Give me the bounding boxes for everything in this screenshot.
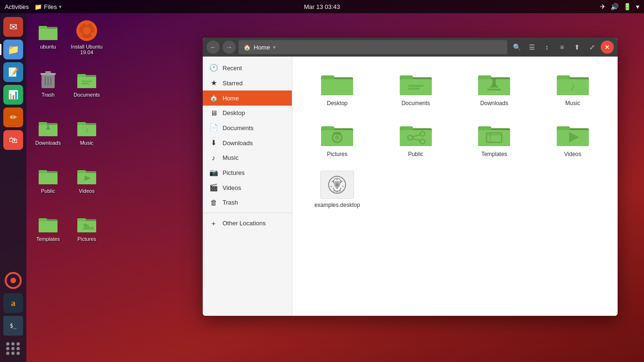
desktop-icon-install-ubuntu[interactable]: Install Ubuntu 19.04 [68, 16, 106, 64]
file-item-downloads[interactable]: Downloads [457, 64, 532, 111]
sidebar-item-recent-label: Recent [223, 65, 242, 72]
taskbar-files[interactable]: 📁 [3, 40, 23, 59]
file-manager-body: 🕐 Recent ★ Starred 🏠 Home 🖥 Desktop 📄 Do… [203, 57, 618, 316]
forward-button[interactable]: → [223, 41, 236, 54]
battery-icon: 🔋 [623, 3, 631, 10]
desktop-icon-downloads[interactable]: Downloads [29, 113, 67, 160]
svg-rect-41 [77, 218, 86, 221]
breadcrumb-chevron: ▾ [273, 44, 276, 50]
svg-rect-64 [321, 126, 334, 130]
file-item-documents[interactable]: Documents [379, 64, 454, 111]
sidebar-item-music[interactable]: ♪ Music [203, 150, 292, 165]
taskbar-writer[interactable]: 📝 [3, 62, 23, 82]
activities-button[interactable]: Activities [5, 3, 29, 10]
svg-point-89 [336, 183, 339, 186]
sidebar-item-desktop[interactable]: 🖥 Desktop [203, 106, 292, 120]
breadcrumb[interactable]: 🏠 Home ▾ [239, 40, 507, 54]
pictures-icon: 📷 [209, 168, 218, 177]
sidebar-item-documents[interactable]: 📄 Documents [203, 120, 292, 135]
sidebar-item-trash[interactable]: 🗑 Trash [203, 195, 292, 210]
desktop-icon-downloads-label: Downloads [35, 140, 61, 146]
taskbar-appstore[interactable]: 🛍 [3, 130, 23, 150]
file-item-templates-label: Templates [481, 151, 507, 157]
sidebar-item-other-locations[interactable]: + Other Locations [203, 216, 292, 230]
svg-rect-46 [321, 75, 334, 79]
file-item-desktop[interactable]: Desktop [300, 64, 375, 111]
file-item-pictures[interactable]: Pictures [300, 115, 375, 162]
desktop-icon-trash-label: Trash [41, 92, 55, 98]
sidebar-item-videos-label: Videos [223, 184, 241, 191]
sidebar-item-starred[interactable]: ★ Starred [203, 75, 292, 90]
top-bar: Activities 📁 Files ▾ Mar 13 03:43 ✈ 🔊 🔋 … [0, 0, 644, 13]
sidebar-item-recent[interactable]: 🕐 Recent [203, 60, 292, 75]
desktop-icon-documents[interactable]: Documents [68, 65, 106, 112]
open-location-button[interactable]: ⬆ [570, 41, 584, 54]
sidebar-item-trash-label: Trash [223, 199, 238, 206]
settings-icon: ▾ [636, 3, 639, 10]
svg-rect-27 [77, 122, 86, 125]
taskbar-calc[interactable]: 📊 [3, 85, 23, 105]
desktop-icon-public[interactable]: Public [29, 161, 67, 208]
file-item-public[interactable]: Public [379, 115, 454, 162]
svg-rect-49 [400, 75, 413, 79]
sidebar-item-desktop-label: Desktop [223, 109, 245, 116]
home-icon: 🏠 [209, 94, 218, 102]
desktop-icon-videos[interactable]: Videos [68, 161, 106, 208]
svg-rect-51 [408, 88, 420, 90]
desktop-icon-music[interactable]: ♪ Music [68, 113, 106, 160]
file-item-music[interactable]: ♪ Music [536, 64, 611, 111]
taskbar-terminal[interactable]: $_ [3, 316, 23, 336]
taskbar-help[interactable] [3, 271, 23, 290]
svg-rect-34 [77, 170, 86, 173]
file-item-templates[interactable]: Templates [457, 115, 532, 162]
file-item-downloads-label: Downloads [480, 100, 508, 107]
svg-rect-57 [487, 89, 501, 90]
sidebar-item-home-label: Home [223, 95, 239, 102]
titlebar: ← → 🏠 Home ▾ 🔍 ☰ ↕ ≡ ⬆ ⤢ ✕ [203, 38, 618, 57]
svg-rect-30 [39, 173, 58, 184]
search-button[interactable]: 🔍 [510, 41, 523, 54]
file-item-examples-desktop[interactable]: examples.desktop [300, 166, 375, 213]
file-item-videos[interactable]: Videos [536, 115, 611, 162]
file-item-pictures-label: Pictures [327, 151, 347, 157]
sidebar-item-videos[interactable]: 🎬 Videos [203, 180, 292, 195]
desktop-icon-pictures[interactable]: Pictures [68, 209, 106, 256]
taskbar-amazon[interactable]: a [3, 293, 23, 313]
desktop-icon-trash[interactable]: Trash [29, 65, 67, 112]
svg-rect-78 [478, 126, 491, 130]
close-button[interactable]: ✕ [601, 41, 614, 54]
svg-rect-19 [82, 83, 89, 84]
taskbar-email[interactable]: ✉ [3, 17, 23, 37]
sidebar-item-downloads[interactable]: ⬇ Downloads [203, 135, 292, 150]
desktop-icon-videos-label: Videos [79, 188, 94, 194]
svg-text:♪: ♪ [85, 126, 89, 134]
sidebar-item-home[interactable]: 🏠 Home [203, 90, 292, 106]
view-options-button[interactable]: ☰ [525, 41, 538, 54]
breadcrumb-label: Home [254, 44, 270, 51]
desktop-icon-pictures-label: Pictures [77, 236, 96, 242]
svg-rect-67 [333, 132, 341, 135]
downloads-icon: ⬇ [209, 139, 218, 147]
svg-rect-22 [39, 122, 47, 125]
sidebar-item-downloads-label: Downloads [223, 140, 253, 147]
desktop-icon-templates[interactable]: Templates [29, 209, 67, 256]
sidebar-item-pictures[interactable]: 📷 Pictures [203, 165, 292, 180]
svg-rect-60 [557, 75, 570, 79]
svg-rect-11 [45, 71, 51, 74]
desktop-icon-ubuntu[interactable]: ubuntu [29, 16, 67, 64]
sidebar-item-pictures-label: Pictures [223, 169, 245, 176]
list-view-button[interactable]: ≡ [555, 41, 569, 54]
taskbar-draw[interactable]: ✏ [3, 107, 23, 127]
taskbar-apps-grid[interactable] [3, 338, 23, 358]
svg-rect-1 [39, 29, 58, 40]
starred-icon: ★ [209, 79, 218, 87]
files-menu[interactable]: 📁 Files ▾ [34, 3, 61, 10]
maximize-button[interactable]: ⤢ [586, 41, 599, 54]
svg-text:♪: ♪ [570, 81, 575, 92]
music-icon: ♪ [209, 154, 218, 162]
trash-icon: 🗑 [209, 198, 218, 206]
sort-button[interactable]: ↕ [540, 41, 553, 54]
documents-icon: 📄 [209, 123, 218, 132]
back-button[interactable]: ← [206, 41, 220, 54]
system-tray: ✈ 🔊 🔋 ▾ [600, 3, 639, 10]
